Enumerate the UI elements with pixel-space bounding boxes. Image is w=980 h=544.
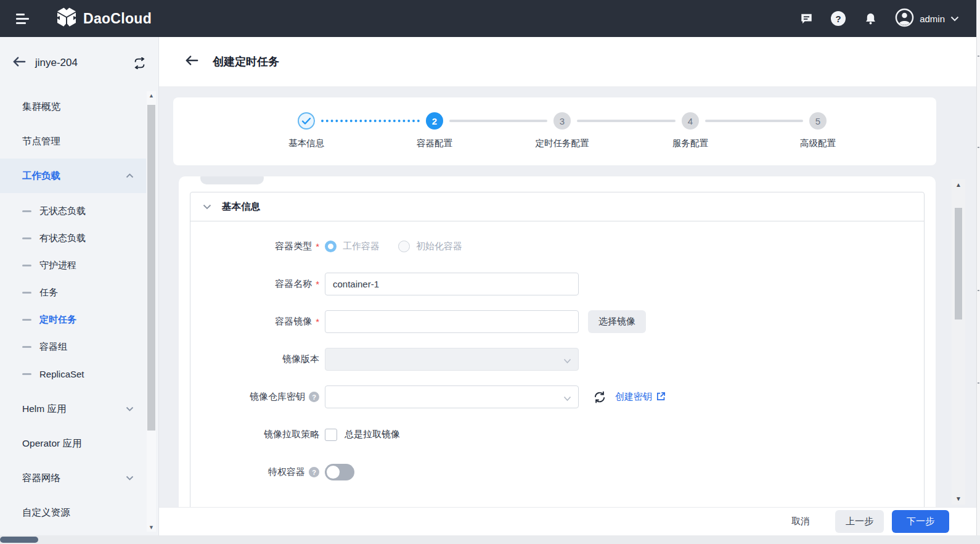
avatar (895, 8, 914, 30)
always-pull-checkbox[interactable] (325, 429, 337, 441)
main-area: 创建定时任务 基本信息 2 容器配置 3 定时任务配置 4 服务配置 5 高级配… (159, 37, 980, 535)
scrollbar-thumb[interactable] (147, 105, 155, 431)
image-version-select (325, 348, 579, 371)
image-version-row: 镜像版本 (190, 348, 924, 371)
required-asterisk: * (316, 279, 319, 289)
radio-init-container[interactable] (398, 241, 410, 252)
pull-policy-row: 镜像拉取策略 总是拉取镜像 (190, 423, 924, 446)
container-image-row: 容器镜像* 选择镜像 (190, 310, 924, 333)
back-icon[interactable] (185, 55, 198, 68)
field-label: 镜像拉取策略 (264, 429, 319, 440)
dash-icon (22, 265, 31, 266)
bell-icon[interactable] (862, 10, 878, 27)
sidebar-item-deployments[interactable]: 无状态负载 (0, 197, 146, 225)
previous-step-button[interactable]: 上一步 (835, 510, 884, 533)
sidebar-item-workloads[interactable]: 工作负载 (0, 159, 146, 193)
privileged-toggle[interactable] (325, 464, 354, 480)
next-step-button[interactable]: 下一步 (892, 510, 949, 533)
step-basic-info[interactable]: 基本信息 (260, 112, 353, 149)
horizontal-scrollbar[interactable] (0, 535, 980, 544)
chevron-down-icon (563, 355, 571, 366)
switch-cluster-icon[interactable] (133, 57, 146, 69)
step-container-config[interactable]: 2 容器配置 (388, 112, 481, 149)
chevron-down-icon (563, 393, 571, 404)
user-menu[interactable]: admin (895, 8, 959, 30)
sidebar-item-jobs[interactable]: 任务 (0, 279, 146, 306)
sidebar-item-pods[interactable]: 容器组 (0, 333, 146, 360)
content-scrollbar[interactable]: ▲ ▼ (952, 179, 965, 505)
refresh-icon[interactable] (593, 390, 606, 404)
dash-icon (22, 237, 31, 239)
basic-info-form: 容器类型* 工作容器 初始化容器 容器名称* 容器镜像* (190, 221, 924, 484)
sidebar-item-statefulsets[interactable]: 有状态负载 (0, 225, 146, 252)
sidebar-item-daemonsets[interactable]: 守护进程 (0, 252, 146, 279)
sidebar-item-operator-apps[interactable]: Operator 应用 (0, 426, 146, 461)
sidebar-item-custom-resources[interactable]: 自定义资源 (0, 495, 146, 530)
radio-work-container[interactable] (325, 241, 337, 252)
form-card: 基本信息 容器类型* 工作容器 初始化容器 容器名称* (179, 176, 936, 507)
basic-info-panel: 基本信息 容器类型* 工作容器 初始化容器 容器名称* (190, 192, 925, 507)
dash-icon (22, 319, 31, 321)
sidebar-scrollbar[interactable]: ▲ ▼ (147, 91, 156, 532)
registry-secret-row: 镜像仓库密钥? (190, 385, 924, 408)
cancel-button[interactable]: 取消 (791, 516, 810, 527)
stepper: 基本信息 2 容器配置 3 定时任务配置 4 服务配置 5 高级配置 (173, 97, 936, 165)
step-service-config[interactable]: 4 服务配置 (644, 112, 737, 149)
check-icon (298, 112, 315, 130)
dash-icon (22, 346, 31, 348)
field-label: 容器类型 (275, 241, 312, 252)
help-icon[interactable]: ? (309, 467, 319, 477)
sidebar-item-cronjobs[interactable]: 定时任务 (0, 306, 146, 333)
menu-toggle-icon[interactable] (16, 14, 29, 24)
back-icon[interactable] (12, 56, 26, 70)
dash-icon (22, 373, 31, 375)
container-name-row: 容器名称* (190, 273, 924, 295)
sidebar-item-replicaset[interactable]: ReplicaSet (0, 360, 146, 387)
radio-label: 工作容器 (343, 241, 380, 252)
container-name-input[interactable] (325, 273, 579, 295)
select-image-button[interactable]: 选择镜像 (588, 310, 646, 333)
chevron-down-icon (950, 13, 959, 24)
chevron-down-icon (126, 406, 134, 411)
field-label: 镜像版本 (282, 353, 319, 365)
field-label: 特权容器 (268, 466, 305, 478)
step-advanced-config[interactable]: 5 高级配置 (772, 112, 864, 149)
required-asterisk: * (316, 241, 319, 252)
brand: DaoCloud (56, 6, 152, 31)
dash-icon (22, 210, 31, 212)
scroll-up-icon[interactable]: ▲ (147, 93, 156, 99)
chevron-down-icon (203, 201, 211, 212)
username: admin (920, 14, 945, 24)
sidebar-header: jinye-204 (0, 37, 158, 89)
create-secret-link[interactable]: 创建密钥 (615, 391, 666, 403)
workloads-submenu: 无状态负载 有状态负载 守护进程 任务 定时任务 容器组 ReplicaSet (0, 197, 146, 387)
field-label: 容器名称 (275, 278, 312, 290)
sidebar-item-cluster-overview[interactable]: 集群概览 (0, 89, 146, 124)
scroll-down-icon[interactable]: ▼ (147, 524, 156, 530)
scrollbar-thumb[interactable] (955, 208, 962, 319)
external-link-icon (656, 391, 666, 403)
cluster-name: jinye-204 (35, 57, 78, 69)
help-icon[interactable]: ? (831, 11, 846, 26)
basic-info-panel-header[interactable]: 基本信息 (190, 192, 924, 221)
container-tab-sliver[interactable] (200, 176, 264, 184)
sidebar-menu: 集群概览 节点管理 工作负载 无状态负载 有状态负载 守护进程 任务 定时任务 … (0, 89, 146, 530)
sidebar-item-node-management[interactable]: 节点管理 (0, 124, 146, 159)
step-cronjob-config[interactable]: 3 定时任务配置 (516, 112, 608, 149)
container-type-row: 容器类型* 工作容器 初始化容器 (190, 235, 924, 258)
page-title: 创建定时任务 (213, 54, 279, 69)
sidebar-item-helm-apps[interactable]: Helm 应用 (0, 392, 146, 426)
registry-secret-select[interactable] (325, 385, 579, 408)
scroll-down-icon[interactable]: ▼ (952, 495, 965, 502)
chevron-down-icon (126, 476, 134, 480)
daocloud-logo-icon (56, 6, 77, 31)
sidebar-item-container-network[interactable]: 容器网络 (0, 461, 146, 495)
page-header: 创建定时任务 (159, 37, 980, 86)
scroll-up-icon[interactable]: ▲ (952, 181, 965, 188)
scrollbar-thumb[interactable] (0, 537, 38, 543)
message-icon[interactable] (798, 10, 814, 27)
container-image-input[interactable] (325, 310, 579, 333)
toggle-knob (327, 466, 340, 479)
help-icon[interactable]: ? (309, 392, 319, 402)
chevron-up-icon (126, 173, 134, 178)
